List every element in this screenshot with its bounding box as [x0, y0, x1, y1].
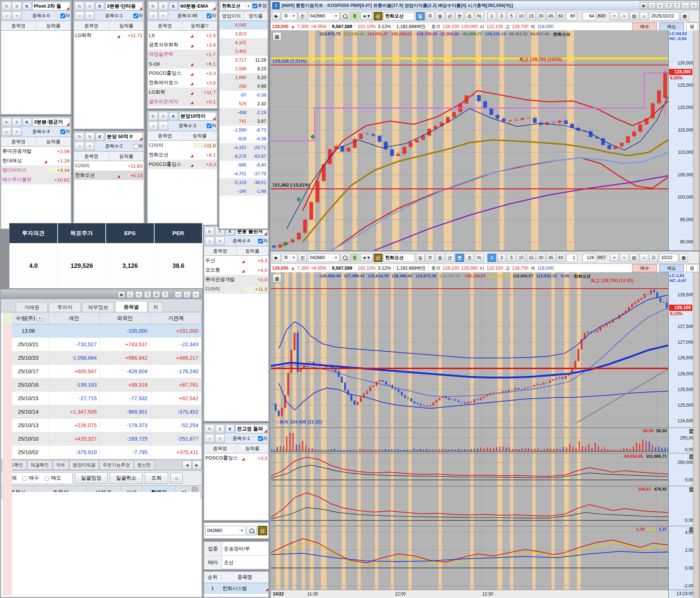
interval-button-60[interactable]: 60: [556, 254, 565, 262]
pause-icon[interactable]: II: [85, 2, 94, 11]
d-toggle-button[interactable]: D: [649, 254, 658, 262]
name-column-header[interactable]: 종목명: [204, 444, 237, 453]
period-button-틱[interactable]: 틱: [475, 254, 484, 262]
watch-window-title[interactable]: 60분봉-EMA: [179, 2, 216, 11]
calendar-icon[interactable]: ▦: [680, 12, 689, 20]
refresh-icon[interactable]: ↻: [205, 227, 214, 236]
gear-icon[interactable]: ☼: [148, 11, 158, 20]
custom-interval-input[interactable]: 60: [566, 12, 577, 20]
investor-row[interactable]: 25/10/02-375,910-7,795+375,411: [11, 446, 202, 459]
gear-icon[interactable]: ☼: [205, 237, 214, 245]
watch-window-title[interactable]: 분당 50억 0: [105, 132, 143, 141]
stock-code-input[interactable]: 042660▼: [205, 526, 245, 535]
name-column-header[interactable]: 종목명: [74, 152, 109, 161]
list-item[interactable]: 코오롱+4.0: [204, 265, 268, 275]
interval-button-45[interactable]: 45: [547, 254, 555, 262]
name-column-header[interactable]: 종목명: [1, 137, 36, 146]
interval-button-60[interactable]: 60: [556, 12, 565, 20]
list-item[interactable]: 디아이+11.83: [74, 161, 144, 171]
order-tab-합산잔[interactable]: 합산잔: [134, 460, 155, 470]
profit-row[interactable]: -4,701-37.75: [219, 169, 268, 178]
period-button-주[interactable]: 주: [426, 254, 435, 262]
interval-button-1[interactable]: 1: [487, 254, 496, 262]
period-button-초[interactable]: 초: [465, 254, 474, 262]
close-icon[interactable]: ×: [12, 11, 22, 20]
period-button-년[interactable]: 년: [446, 12, 454, 20]
speaker-icon[interactable]: ◄▼: [360, 254, 373, 262]
profit-row[interactable]: 3,483: [219, 47, 268, 56]
interval-button-10[interactable]: 10: [517, 12, 526, 20]
interval-button-15[interactable]: 15: [527, 12, 536, 20]
sell-button[interactable]: 매도: [659, 264, 684, 272]
help-icon[interactable]: ?: [162, 291, 169, 298]
tong-button[interactable]: 통: [350, 254, 359, 262]
profit-row[interactable]: -995-8.40: [219, 161, 268, 169]
investor-row[interactable]: 25/10/15-27,715-77,932+82,542: [11, 392, 202, 405]
column-header[interactable]: 수량(주)▼: [11, 312, 48, 324]
period-combo[interactable]: 주▼: [282, 12, 297, 20]
shin-badge[interactable]: 신: [374, 254, 382, 262]
watch-window-title[interactable]: 전고점 돌파: [236, 425, 268, 433]
list-item[interactable]: 롯데관광개발+2.0: [204, 275, 268, 284]
bulk-button[interactable]: 일괄정정: [75, 472, 108, 484]
watch-window-title[interactable]: 3분봉-단타용: [105, 2, 143, 11]
price-axis[interactable]: 130,000125,000120,000115,000110,000105,0…: [668, 30, 695, 252]
tab-거래원[interactable]: 거래원: [16, 302, 48, 312]
investor-row[interactable]: 25/10/17+605,947-428,604-176,240: [11, 365, 202, 378]
interval-button-3[interactable]: 3: [497, 254, 506, 262]
tong-button[interactable]: 통: [350, 12, 359, 20]
column-header[interactable]: 외국인: [100, 312, 151, 324]
profit-row[interactable]: 3,823: [219, 30, 268, 38]
change-column-header[interactable]: 등락률: [36, 137, 71, 146]
pause-icon[interactable]: II: [12, 2, 22, 11]
interval-button-3[interactable]: 3: [497, 12, 506, 20]
list-item[interactable]: 에스투더블유+10.62: [1, 175, 71, 184]
list-item[interactable]: 엠디바이스+3.04: [1, 165, 71, 175]
avg-button[interactable]: 평: [686, 23, 698, 31]
wave-icon[interactable]: ≈: [620, 254, 629, 262]
column-header[interactable]: 개인: [48, 312, 100, 324]
investor-row[interactable]: 25/10/20-1,058,684+566,942+469,217: [11, 351, 202, 365]
profit-row[interactable]: -628-4.36: [219, 134, 268, 143]
list-item[interactable]: 현대해상+1.29: [1, 156, 71, 165]
profit-row[interactable]: 2,5868.23: [219, 65, 268, 73]
price-axis[interactable]: 128,500127,500127,000126,500126,000125,5…: [668, 272, 695, 598]
order-tab-원장미체결[interactable]: 원장미체결: [69, 460, 99, 470]
three-icon[interactable]: ③: [153, 291, 160, 298]
op-margin-header[interactable]: 영익률: [244, 11, 268, 20]
period-combo[interactable]: 주▼: [282, 254, 297, 262]
profit-row[interactable]: 7413.87: [219, 117, 268, 126]
gear-icon[interactable]: ☼: [170, 473, 183, 484]
copy-icon[interactable]: □: [127, 291, 134, 298]
investor-row[interactable]: 25/10/16-199,183+99,318+87,761: [11, 378, 202, 392]
window-scrollbar[interactable]: [693, 30, 699, 252]
order-tab-차트[interactable]: 차트: [53, 460, 69, 470]
list-item[interactable]: 한화오션+6.13: [74, 171, 144, 180]
gear-icon[interactable]: ☼: [2, 127, 11, 136]
interval-button-1[interactable]: 1: [487, 12, 496, 20]
period-button-주[interactable]: 주: [426, 12, 435, 20]
investor-row[interactable]: 25/10/21-732,527+743,537-22,343: [11, 338, 202, 351]
chart-type-icon[interactable]: ▦: [273, 32, 281, 41]
search-icon[interactable]: [341, 254, 349, 262]
speaker-icon[interactable]: ◄▼: [360, 12, 373, 20]
name-column-header[interactable]: 종목명: [1, 21, 36, 30]
shin-button[interactable]: 신: [258, 526, 267, 535]
minimize-icon[interactable]: ─: [175, 291, 182, 298]
k-chart-icon[interactable]: K: [169, 112, 178, 121]
close-icon[interactable]: ×: [690, 2, 697, 9]
list-item[interactable]: LG화학+11.71: [74, 31, 144, 40]
change-column-header[interactable]: 등락률: [36, 21, 71, 30]
watch-window-title[interactable]: 분당10억이: [179, 112, 216, 121]
change-column-header[interactable]: 등락률▽: [183, 21, 217, 30]
text-icon[interactable]: T: [665, 2, 672, 9]
investor-title-bar[interactable]: ▣□+T③?─□×: [1, 290, 202, 299]
name-column-header[interactable]: 종목명: [148, 21, 183, 30]
bar-count-input[interactable]: 64: [582, 12, 596, 20]
investor-row[interactable]: 25/10/10+420,327-169,725-251,877: [11, 432, 202, 446]
interval-button-5[interactable]: 5: [507, 12, 516, 20]
refresh-icon[interactable]: ↻: [75, 2, 84, 11]
list-item[interactable]: 재영솔루텍+1.7: [148, 50, 217, 59]
refresh-icon[interactable]: ↻: [75, 132, 84, 141]
interval-button-5[interactable]: 5: [507, 254, 516, 262]
